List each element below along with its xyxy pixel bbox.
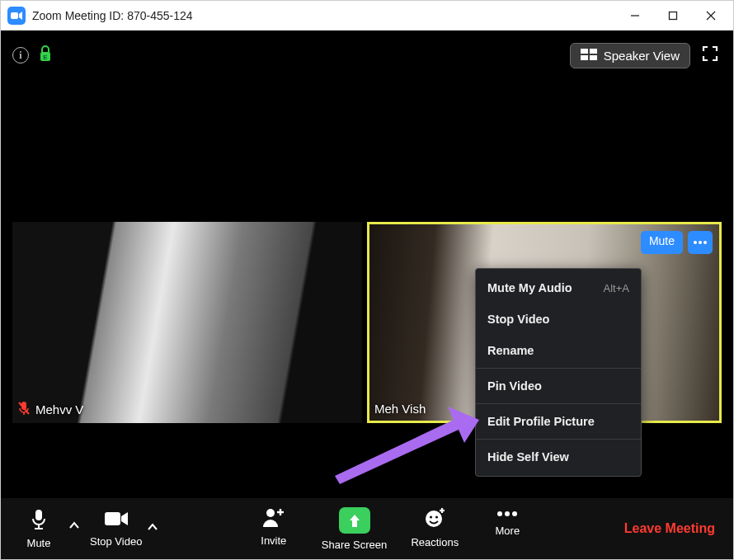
zoom-app-icon bbox=[7, 7, 26, 25]
ctx-rename[interactable]: Rename bbox=[476, 335, 641, 366]
participant-tile[interactable]: Mehvv V bbox=[12, 222, 362, 423]
window-controls bbox=[616, 3, 730, 28]
ctx-separator bbox=[476, 368, 641, 369]
svg-marker-17 bbox=[335, 407, 479, 484]
video-feed bbox=[12, 222, 362, 423]
ctx-item-label: Edit Profile Picture bbox=[487, 415, 595, 428]
ctx-stop-video[interactable]: Stop Video bbox=[476, 304, 641, 335]
tile-context-menu: Mute My Audio Alt+A Stop Video Rename Pi… bbox=[475, 268, 642, 477]
toolbar-label: Stop Video bbox=[90, 535, 142, 548]
meeting-area: i E Speaker View bbox=[1, 31, 733, 498]
reactions-icon bbox=[424, 507, 445, 531]
titlebar[interactable]: Zoom Meeting ID: 870-455-124 bbox=[1, 1, 733, 31]
speaker-view-label: Speaker View bbox=[604, 49, 680, 63]
speaker-view-button[interactable]: Speaker View bbox=[570, 43, 690, 68]
svg-text:E: E bbox=[43, 54, 48, 61]
ctx-item-label: Mute My Audio bbox=[487, 281, 572, 294]
ctx-item-label: Hide Self View bbox=[487, 450, 569, 464]
svg-rect-9 bbox=[581, 55, 588, 60]
toolbar-label: Reactions bbox=[411, 536, 459, 548]
svg-point-16 bbox=[703, 241, 707, 244]
fullscreen-button[interactable] bbox=[699, 42, 722, 68]
chevron-up-icon[interactable] bbox=[147, 521, 158, 534]
svg-rect-2 bbox=[670, 12, 677, 19]
svg-rect-7 bbox=[581, 49, 588, 54]
svg-rect-10 bbox=[590, 55, 597, 60]
annotation-arrow bbox=[335, 402, 483, 487]
ctx-item-label: Stop Video bbox=[487, 313, 549, 326]
ctx-item-label: Rename bbox=[487, 344, 534, 357]
svg-point-22 bbox=[266, 509, 275, 517]
leave-meeting-button[interactable]: Leave Meeting bbox=[624, 521, 720, 536]
ctx-separator bbox=[476, 403, 641, 404]
meeting-top-bar: i E Speaker View bbox=[1, 31, 733, 80]
close-button[interactable] bbox=[692, 3, 730, 28]
meeting-toolbar: Mute Stop Video Invite bbox=[1, 498, 733, 559]
toolbar-label: Mute bbox=[27, 537, 51, 549]
toolbar-stop-video-button[interactable]: Stop Video bbox=[90, 510, 142, 548]
svg-rect-0 bbox=[11, 12, 18, 19]
minimize-button[interactable] bbox=[616, 3, 654, 28]
mic-icon bbox=[29, 508, 49, 532]
app-window: Zoom Meeting ID: 870-455-124 i E bbox=[0, 0, 734, 560]
ctx-pin-video[interactable]: Pin Video bbox=[476, 370, 641, 402]
svg-rect-18 bbox=[35, 510, 42, 520]
toolbar-invite-button[interactable]: Invite bbox=[249, 507, 299, 547]
participant-name: Mehvv V bbox=[35, 402, 83, 416]
svg-point-26 bbox=[430, 515, 432, 518]
ctx-edit-profile-picture[interactable]: Edit Profile Picture bbox=[476, 406, 641, 437]
toolbar-label: More bbox=[496, 525, 520, 537]
svg-rect-8 bbox=[590, 49, 597, 54]
share-screen-icon bbox=[339, 507, 370, 534]
invite-icon bbox=[262, 507, 285, 529]
gallery-icon bbox=[581, 49, 597, 63]
ctx-hide-self-view[interactable]: Hide Self View bbox=[476, 441, 641, 473]
mute-pill-button[interactable]: Mute bbox=[641, 231, 683, 254]
more-icon bbox=[496, 507, 518, 520]
tile-options-button[interactable] bbox=[688, 231, 713, 254]
svg-point-15 bbox=[699, 241, 702, 244]
window-title: Zoom Meeting ID: 870-455-124 bbox=[32, 9, 616, 22]
ctx-mute-my-audio[interactable]: Mute My Audio Alt+A bbox=[476, 272, 641, 304]
ctx-item-label: Pin Video bbox=[487, 379, 542, 393]
svg-point-25 bbox=[426, 511, 442, 527]
toolbar-reactions-button[interactable]: Reactions bbox=[410, 507, 459, 548]
camera-icon bbox=[104, 510, 129, 530]
toolbar-share-screen-button[interactable]: Share Screen bbox=[322, 507, 388, 551]
ctx-item-shortcut: Alt+A bbox=[604, 282, 629, 294]
svg-rect-21 bbox=[105, 512, 120, 525]
svg-point-32 bbox=[512, 511, 517, 516]
toolbar-more-button[interactable]: More bbox=[482, 507, 532, 537]
svg-point-14 bbox=[694, 241, 697, 244]
encryption-lock-icon[interactable]: E bbox=[39, 45, 52, 65]
info-icon[interactable]: i bbox=[12, 47, 29, 64]
svg-point-27 bbox=[435, 515, 438, 518]
svg-point-31 bbox=[505, 511, 510, 516]
ctx-separator bbox=[476, 439, 641, 440]
toolbar-label: Share Screen bbox=[322, 539, 388, 551]
toolbar-label: Invite bbox=[261, 534, 286, 547]
maximize-button[interactable] bbox=[654, 3, 692, 28]
mic-muted-icon bbox=[17, 401, 31, 418]
svg-point-30 bbox=[497, 511, 502, 516]
participant-name-chip: Mehvv V bbox=[17, 401, 83, 418]
toolbar-mute-button[interactable]: Mute bbox=[14, 508, 64, 549]
chevron-up-icon[interactable] bbox=[68, 520, 80, 532]
